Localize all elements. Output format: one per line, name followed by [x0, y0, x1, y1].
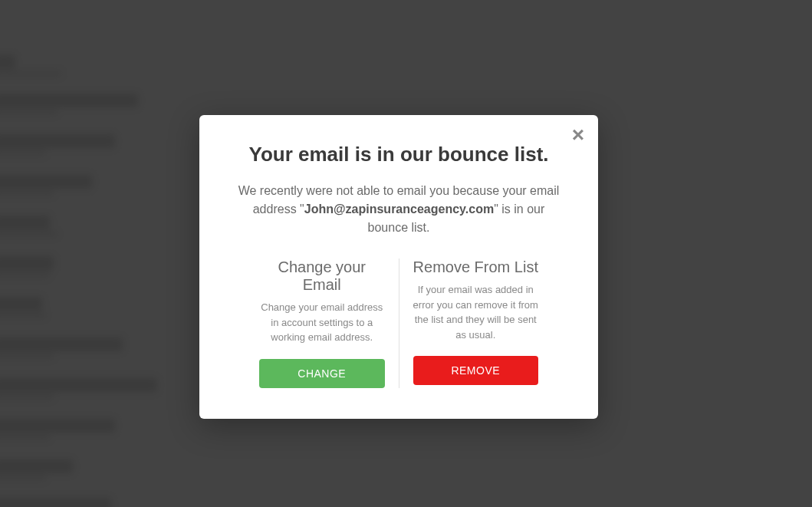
- remove-button[interactable]: REMOVE: [413, 356, 539, 385]
- change-option-title: Change your Email: [259, 258, 385, 294]
- modal-title: Your email is in our bounce list.: [226, 143, 571, 166]
- close-button[interactable]: ×: [572, 124, 584, 146]
- bounce-list-modal: × Your email is in our bounce list. We r…: [199, 115, 598, 419]
- change-button[interactable]: CHANGE: [259, 359, 385, 388]
- modal-description: We recently were not able to email you b…: [226, 182, 571, 237]
- remove-from-list-option: Remove From List If your email was added…: [399, 258, 553, 388]
- bounced-email: John@zapinsuranceagency.com: [304, 202, 494, 216]
- change-email-option: Change your Email Change your email addr…: [245, 258, 399, 388]
- options-container: Change your Email Change your email addr…: [226, 258, 571, 388]
- change-option-description: Change your email address in account set…: [259, 300, 385, 345]
- remove-option-title: Remove From List: [413, 258, 539, 276]
- remove-option-description: If your email was added in error you can…: [413, 282, 539, 342]
